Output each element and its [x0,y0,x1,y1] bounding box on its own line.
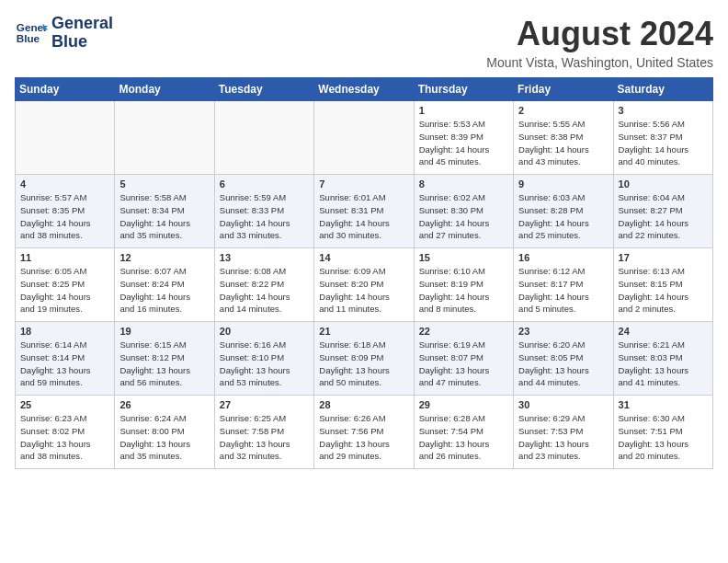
calendar-cell: 10Sunrise: 6:04 AM Sunset: 8:27 PM Dayli… [613,175,712,248]
day-number: 7 [319,178,408,190]
day-info: Sunrise: 6:09 AM Sunset: 8:20 PM Dayligh… [319,265,408,316]
day-number: 14 [319,252,408,263]
day-number: 24 [619,326,708,337]
day-number: 10 [619,178,708,190]
calendar-cell: 27Sunrise: 6:25 AM Sunset: 7:58 PM Dayli… [214,396,313,469]
day-number: 11 [20,252,109,263]
day-info: Sunrise: 5:56 AM Sunset: 8:37 PM Dayligh… [619,118,708,168]
day-number: 21 [319,326,408,337]
calendar-cell: 25Sunrise: 6:23 AM Sunset: 8:02 PM Dayli… [16,396,115,469]
day-number: 17 [619,252,708,263]
day-info: Sunrise: 5:53 AM Sunset: 8:39 PM Dayligh… [419,118,508,168]
calendar-cell: 6Sunrise: 5:59 AM Sunset: 8:33 PM Daylig… [214,175,313,248]
day-info: Sunrise: 6:25 AM Sunset: 7:58 PM Dayligh… [220,412,309,463]
calendar-week-row: 25Sunrise: 6:23 AM Sunset: 8:02 PM Dayli… [16,396,713,469]
day-number: 5 [119,178,209,190]
day-info: Sunrise: 6:04 AM Sunset: 8:27 PM Dayligh… [619,191,708,242]
calendar-cell: 12Sunrise: 6:07 AM Sunset: 8:24 PM Dayli… [115,248,214,322]
day-info: Sunrise: 6:02 AM Sunset: 8:30 PM Dayligh… [419,191,508,242]
day-info: Sunrise: 6:08 AM Sunset: 8:22 PM Dayligh… [220,265,309,316]
day-info: Sunrise: 6:13 AM Sunset: 8:15 PM Dayligh… [619,265,708,316]
day-number: 30 [518,399,608,410]
calendar-table: SundayMondayTuesdayWednesdayThursdayFrid… [15,77,713,469]
day-number: 18 [20,326,109,337]
weekday-header: Sunday [16,78,115,101]
calendar-cell: 7Sunrise: 6:01 AM Sunset: 8:31 PM Daylig… [314,175,414,248]
calendar-cell: 30Sunrise: 6:29 AM Sunset: 7:53 PM Dayli… [514,396,613,469]
day-info: Sunrise: 6:21 AM Sunset: 8:03 PM Dayligh… [619,339,708,389]
logo-text: General Blue [51,15,113,52]
calendar-cell: 18Sunrise: 6:14 AM Sunset: 8:14 PM Dayli… [16,322,115,396]
month-title: August 2024 [486,15,713,53]
calendar-cell: 15Sunrise: 6:10 AM Sunset: 8:19 PM Dayli… [414,248,513,322]
calendar-cell: 1Sunrise: 5:53 AM Sunset: 8:39 PM Daylig… [414,101,513,175]
weekday-header: Monday [115,78,214,101]
weekday-header: Tuesday [214,78,313,101]
day-number: 16 [518,252,608,263]
day-number: 8 [419,178,508,190]
day-info: Sunrise: 6:10 AM Sunset: 8:19 PM Dayligh… [419,265,508,316]
day-number: 6 [220,178,309,190]
day-number: 4 [20,178,109,190]
day-number: 1 [419,105,508,116]
svg-text:Blue: Blue [17,32,40,44]
day-info: Sunrise: 6:20 AM Sunset: 8:05 PM Dayligh… [518,339,608,389]
day-number: 27 [220,399,309,410]
day-info: Sunrise: 5:57 AM Sunset: 8:35 PM Dayligh… [20,191,109,242]
day-info: Sunrise: 5:58 AM Sunset: 8:34 PM Dayligh… [119,191,209,242]
weekday-header: Friday [514,78,613,101]
day-number: 9 [518,178,608,190]
day-number: 31 [619,399,708,410]
page-header: General Blue General Blue August 2024 Mo… [15,15,713,70]
calendar-cell: 3Sunrise: 5:56 AM Sunset: 8:37 PM Daylig… [613,101,712,175]
day-number: 23 [518,326,608,337]
calendar-cell: 11Sunrise: 6:05 AM Sunset: 8:25 PM Dayli… [16,248,115,322]
calendar-cell: 26Sunrise: 6:24 AM Sunset: 8:00 PM Dayli… [115,396,214,469]
day-info: Sunrise: 5:59 AM Sunset: 8:33 PM Dayligh… [220,191,309,242]
day-info: Sunrise: 6:24 AM Sunset: 8:00 PM Dayligh… [119,412,209,463]
calendar-cell [214,101,313,175]
calendar-cell [314,101,414,175]
day-number: 29 [419,399,508,410]
calendar-cell: 24Sunrise: 6:21 AM Sunset: 8:03 PM Dayli… [613,322,712,396]
calendar-cell: 9Sunrise: 6:03 AM Sunset: 8:28 PM Daylig… [514,175,613,248]
day-number: 26 [119,399,209,410]
calendar-week-row: 11Sunrise: 6:05 AM Sunset: 8:25 PM Dayli… [16,248,713,322]
day-info: Sunrise: 6:29 AM Sunset: 7:53 PM Dayligh… [518,412,608,463]
day-info: Sunrise: 6:16 AM Sunset: 8:10 PM Dayligh… [220,339,309,389]
title-block: August 2024 Mount Vista, Washington, Uni… [486,15,713,70]
day-info: Sunrise: 6:01 AM Sunset: 8:31 PM Dayligh… [319,191,408,242]
calendar-cell: 31Sunrise: 6:30 AM Sunset: 7:51 PM Dayli… [613,396,712,469]
logo-icon: General Blue [15,17,48,50]
logo: General Blue General Blue [15,15,113,52]
day-number: 3 [619,105,708,116]
day-info: Sunrise: 6:23 AM Sunset: 8:02 PM Dayligh… [20,412,109,463]
weekday-header: Saturday [613,78,712,101]
calendar-cell [16,101,115,175]
calendar-cell: 17Sunrise: 6:13 AM Sunset: 8:15 PM Dayli… [613,248,712,322]
calendar-cell: 28Sunrise: 6:26 AM Sunset: 7:56 PM Dayli… [314,396,414,469]
calendar-cell: 4Sunrise: 5:57 AM Sunset: 8:35 PM Daylig… [16,175,115,248]
day-number: 13 [220,252,309,263]
calendar-cell: 14Sunrise: 6:09 AM Sunset: 8:20 PM Dayli… [314,248,414,322]
calendar-cell: 21Sunrise: 6:18 AM Sunset: 8:09 PM Dayli… [314,322,414,396]
day-number: 19 [119,326,209,337]
day-info: Sunrise: 6:03 AM Sunset: 8:28 PM Dayligh… [518,191,608,242]
day-info: Sunrise: 6:26 AM Sunset: 7:56 PM Dayligh… [319,412,408,463]
day-info: Sunrise: 6:19 AM Sunset: 8:07 PM Dayligh… [419,339,508,389]
day-number: 15 [419,252,508,263]
day-info: Sunrise: 6:14 AM Sunset: 8:14 PM Dayligh… [20,339,109,389]
calendar-cell: 2Sunrise: 5:55 AM Sunset: 8:38 PM Daylig… [514,101,613,175]
day-number: 28 [319,399,408,410]
calendar-cell: 19Sunrise: 6:15 AM Sunset: 8:12 PM Dayli… [115,322,214,396]
location: Mount Vista, Washington, United States [486,55,713,70]
calendar-cell: 8Sunrise: 6:02 AM Sunset: 8:30 PM Daylig… [414,175,513,248]
day-info: Sunrise: 6:12 AM Sunset: 8:17 PM Dayligh… [518,265,608,316]
day-info: Sunrise: 6:18 AM Sunset: 8:09 PM Dayligh… [319,339,408,389]
day-number: 12 [119,252,209,263]
calendar-cell: 22Sunrise: 6:19 AM Sunset: 8:07 PM Dayli… [414,322,513,396]
calendar-week-row: 1Sunrise: 5:53 AM Sunset: 8:39 PM Daylig… [16,101,713,175]
calendar-cell: 13Sunrise: 6:08 AM Sunset: 8:22 PM Dayli… [214,248,313,322]
day-info: Sunrise: 6:15 AM Sunset: 8:12 PM Dayligh… [119,339,209,389]
day-info: Sunrise: 6:05 AM Sunset: 8:25 PM Dayligh… [20,265,109,316]
